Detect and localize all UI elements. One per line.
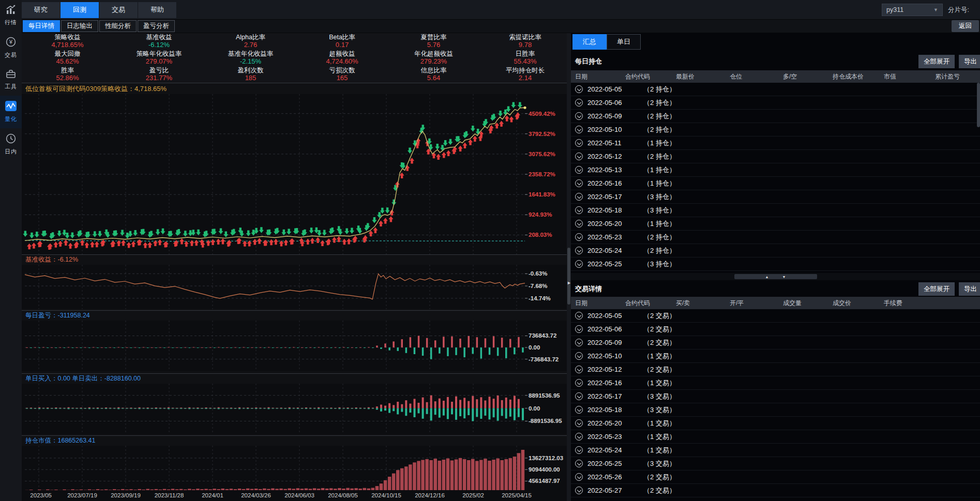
holding-row[interactable]: 2022-05-05（2 持仓） bbox=[571, 83, 980, 96]
trades-export-button[interactable]: 导出 bbox=[959, 282, 980, 296]
chevron-down-circle-icon[interactable] bbox=[575, 112, 583, 120]
daily-turnover-chart[interactable]: 8891536.950.00-8891536.95 bbox=[22, 384, 571, 434]
trade-row[interactable]: 2022-05-09（2 交易） bbox=[571, 336, 980, 350]
detail-tab-日志输出[interactable]: 日志输出 bbox=[61, 20, 98, 32]
trade-row[interactable]: 2022-05-17（3 交易） bbox=[571, 390, 980, 403]
row-count: （1 交易） bbox=[643, 432, 676, 442]
sidebar-item-量化[interactable]: 量化 bbox=[0, 96, 22, 128]
row-date: 2022-05-26 bbox=[587, 473, 632, 481]
sidebar-item-交易[interactable]: ¥交易 bbox=[0, 32, 22, 64]
python-env-select[interactable]: py311 ▼ bbox=[882, 4, 943, 16]
holding-row[interactable]: 2022-05-24（2 持仓） bbox=[571, 244, 980, 257]
holding-row[interactable]: 2022-05-18（3 持仓） bbox=[571, 204, 980, 217]
holding-row[interactable]: 2022-05-20（1 持仓） bbox=[571, 217, 980, 231]
details-panel: 汇总单日 每日持仓 全部展开 导出 日期合约代码最新价仓位多/空持仓成本价市值累… bbox=[571, 33, 980, 501]
chevron-down-circle-icon[interactable] bbox=[575, 473, 583, 481]
splitter-scrollbar[interactable]: ▲ ▼ bbox=[734, 274, 817, 279]
chevron-down-circle-icon[interactable] bbox=[575, 233, 583, 241]
column-header: 合约代码 bbox=[621, 299, 672, 308]
trade-row[interactable]: 2022-05-16（1 交易） bbox=[571, 376, 980, 390]
holding-row[interactable]: 2022-05-12（2 持仓） bbox=[571, 150, 980, 163]
holding-row[interactable]: 2022-05-25（3 持仓） bbox=[571, 257, 980, 271]
trades-expand-all-button[interactable]: 全部展开 bbox=[918, 282, 955, 296]
scroll-down-icon[interactable]: ▼ bbox=[782, 275, 786, 279]
sidebar-item-行情[interactable]: 行情 bbox=[0, 0, 22, 32]
holdings-expand-all-button[interactable]: 全部展开 bbox=[918, 55, 955, 68]
chevron-down-circle-icon[interactable] bbox=[575, 206, 583, 214]
holding-row[interactable]: 2022-05-13（1 持仓） bbox=[571, 163, 980, 177]
trade-row[interactable]: 2022-05-06（2 交易） bbox=[571, 323, 980, 336]
daily-turnover-title: 单日买入：0.00 单日卖出：-8288160.00 bbox=[22, 373, 571, 384]
scroll-up-icon[interactable]: ▲ bbox=[765, 275, 769, 279]
stat-cell: 最大回撤45.62% bbox=[22, 50, 113, 66]
chevron-down-circle-icon[interactable] bbox=[575, 487, 583, 494]
holding-row[interactable]: 2022-05-06（2 持仓） bbox=[571, 96, 980, 110]
trade-row[interactable]: 2022-05-26（2 交易） bbox=[571, 470, 980, 484]
chevron-down-circle-icon[interactable] bbox=[575, 247, 583, 254]
holding-row[interactable]: 2022-05-16（1 持仓） bbox=[571, 177, 980, 190]
chevron-down-circle-icon[interactable] bbox=[575, 179, 583, 187]
holding-row[interactable]: 2022-05-11（1 持仓） bbox=[571, 136, 980, 150]
chevron-down-circle-icon[interactable] bbox=[575, 366, 583, 373]
chevron-down-circle-icon[interactable] bbox=[575, 419, 583, 427]
chevron-down-circle-icon[interactable] bbox=[575, 352, 583, 360]
chevron-down-circle-icon[interactable] bbox=[575, 126, 583, 133]
right-scrollbar-thumb[interactable] bbox=[977, 83, 980, 127]
trade-row[interactable]: 2022-05-23（1 交易） bbox=[571, 430, 980, 444]
trade-row[interactable]: 2022-05-20（1 交易） bbox=[571, 417, 980, 430]
stat-value: 9.78 bbox=[519, 41, 532, 49]
menu-tab-交易[interactable]: 交易 bbox=[99, 2, 138, 18]
chevron-down-circle-icon[interactable] bbox=[575, 85, 583, 93]
trade-row[interactable]: 2022-05-27（2 交易） bbox=[571, 484, 980, 497]
scrollbar-thumb[interactable] bbox=[567, 248, 570, 305]
menu-tab-研究[interactable]: 研究 bbox=[22, 2, 61, 18]
sidebar-item-工具[interactable]: 工具 bbox=[0, 64, 22, 96]
chevron-down-circle-icon[interactable] bbox=[575, 460, 583, 467]
stat-value: 165 bbox=[337, 74, 348, 82]
menu-tab-回测[interactable]: 回测 bbox=[61, 2, 99, 18]
chevron-down-circle-icon[interactable] bbox=[575, 153, 583, 160]
holdings-export-button[interactable]: 导出 bbox=[959, 55, 980, 68]
benchmark-return-chart[interactable]: -0.63%-7.68%-14.74% bbox=[22, 265, 571, 309]
detail-tab-性能分析[interactable]: 性能分析 bbox=[99, 20, 137, 32]
trade-row[interactable]: 2022-05-18（3 交易） bbox=[571, 403, 980, 417]
sidebar-item-日内[interactable]: 日内 bbox=[0, 128, 22, 161]
holding-row[interactable]: 2022-05-09（2 持仓） bbox=[571, 110, 980, 123]
row-date: 2022-05-25 bbox=[587, 260, 632, 268]
chevron-down-circle-icon[interactable] bbox=[575, 379, 583, 387]
chevron-down-circle-icon[interactable] bbox=[575, 325, 583, 333]
daily-pnl-chart[interactable]: 736843.720.00-736843.72 bbox=[22, 321, 571, 371]
strategy-equity-chart[interactable]: 4509.42%3792.52%3075.62%2358.72%1641.83%… bbox=[22, 94, 571, 254]
chevron-down-circle-icon[interactable] bbox=[575, 220, 583, 227]
trade-row[interactable]: 2022-05-25（3 交易） bbox=[571, 457, 980, 470]
trade-row[interactable]: 2022-05-05（2 交易） bbox=[571, 309, 980, 323]
chevron-down-circle-icon[interactable] bbox=[575, 312, 583, 320]
chevron-down-circle-icon[interactable] bbox=[575, 339, 583, 346]
position-value-chart[interactable]: 13627312.039094400.004561487.97 bbox=[22, 446, 571, 490]
chevron-down-circle-icon[interactable] bbox=[575, 139, 583, 147]
chevron-down-circle-icon[interactable] bbox=[575, 392, 583, 400]
menu-tab-帮助[interactable]: 帮助 bbox=[138, 2, 177, 18]
trade-row[interactable]: 2022-05-10（1 交易） bbox=[571, 350, 980, 363]
section-splitter[interactable]: ▲ ▼ bbox=[571, 273, 980, 280]
row-count: （2 持仓） bbox=[643, 152, 676, 161]
trade-row[interactable]: 2022-05-12（2 交易） bbox=[571, 363, 980, 376]
holding-row[interactable]: 2022-05-17（3 持仓） bbox=[571, 190, 980, 204]
chevron-down-circle-icon[interactable] bbox=[575, 260, 583, 268]
holding-row[interactable]: 2022-05-10（2 持仓） bbox=[571, 123, 980, 136]
summary-tab-单日[interactable]: 单日 bbox=[607, 34, 641, 50]
chevron-down-circle-icon[interactable] bbox=[575, 166, 583, 174]
panel-splitter[interactable]: ► bbox=[567, 33, 571, 501]
chevron-down-circle-icon[interactable] bbox=[575, 433, 583, 441]
holding-row[interactable]: 2022-05-23（2 持仓） bbox=[571, 231, 980, 244]
back-button[interactable]: 返回 bbox=[952, 20, 979, 32]
chevron-down-circle-icon[interactable] bbox=[575, 446, 583, 454]
row-date: 2022-05-17 bbox=[587, 193, 632, 201]
chevron-down-circle-icon[interactable] bbox=[575, 193, 583, 201]
detail-tab-盈亏分析[interactable]: 盈亏分析 bbox=[138, 20, 175, 32]
detail-tab-每日详情[interactable]: 每日详情 bbox=[23, 20, 60, 32]
chevron-down-circle-icon[interactable] bbox=[575, 99, 583, 107]
summary-tab-汇总[interactable]: 汇总 bbox=[572, 34, 607, 50]
chevron-down-circle-icon[interactable] bbox=[575, 406, 583, 414]
trade-row[interactable]: 2022-05-24（1 交易） bbox=[571, 444, 980, 457]
